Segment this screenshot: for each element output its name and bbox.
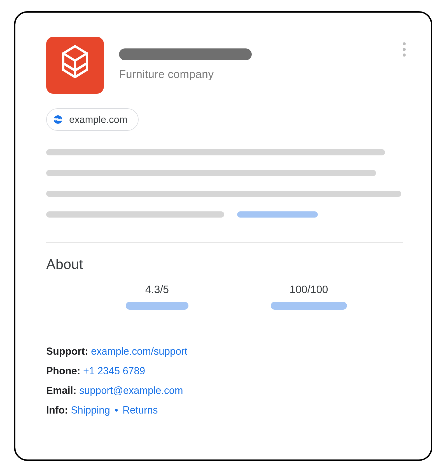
contact-section: Support: example.com/support Phone: +1 2…	[46, 342, 404, 420]
globe-icon	[53, 115, 63, 125]
rating-block: 4.3/5	[98, 284, 216, 322]
returns-link[interactable]: Returns	[123, 404, 158, 416]
support-link[interactable]: example.com/support	[91, 346, 187, 357]
text-placeholder-line	[46, 191, 401, 197]
rating-value: 4.3/5	[145, 284, 169, 296]
shipping-link[interactable]: Shipping	[71, 404, 110, 416]
divider	[46, 242, 403, 243]
support-label: Support:	[46, 346, 88, 357]
company-logo	[46, 37, 104, 94]
phone-link[interactable]: +1 2345 6789	[83, 365, 145, 377]
chair-icon	[59, 44, 92, 86]
website-text: example.com	[69, 114, 127, 125]
info-label: Info:	[46, 404, 68, 416]
score-label-placeholder[interactable]	[271, 302, 347, 310]
description-placeholder	[46, 149, 404, 218]
text-placeholder-line	[46, 170, 376, 176]
email-label: Email:	[46, 385, 76, 396]
info-separator: •	[115, 404, 118, 416]
link-placeholder[interactable]	[237, 211, 318, 218]
email-link[interactable]: support@example.com	[79, 385, 183, 396]
score-value: 100/100	[290, 284, 328, 296]
text-placeholder-line	[46, 149, 385, 155]
phone-label: Phone:	[46, 365, 80, 377]
ratings-row: 4.3/5 100/100	[98, 284, 404, 322]
rating-label-placeholder[interactable]	[126, 302, 188, 310]
text-placeholder-line	[46, 211, 224, 218]
header: Furniture company	[46, 37, 404, 94]
about-heading: About	[46, 256, 404, 272]
company-name-placeholder	[119, 48, 252, 60]
vertical-separator	[233, 283, 233, 322]
website-chip[interactable]: example.com	[46, 108, 139, 131]
more-options-button[interactable]	[401, 41, 407, 58]
score-block: 100/100	[250, 284, 368, 322]
company-category: Furniture company	[119, 68, 252, 81]
knowledge-panel-card: Furniture company example.com About 4.3/…	[14, 11, 432, 461]
